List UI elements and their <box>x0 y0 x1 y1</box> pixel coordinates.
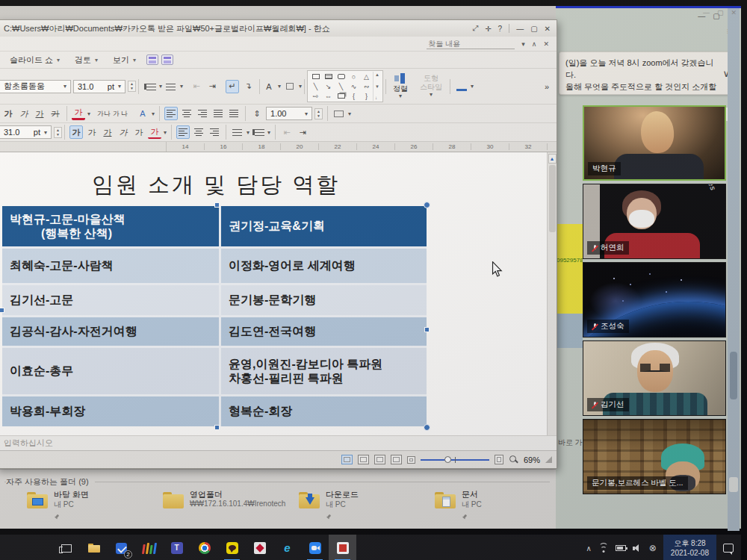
indent-increase-button[interactable]: ⇥ <box>296 125 309 139</box>
menu-review[interactable]: 검토 ▾ <box>67 53 105 67</box>
italic-button[interactable]: 가 <box>117 125 130 139</box>
shape-arrow-right-icon[interactable]: ⇨ <box>309 91 322 101</box>
menu-slideshow[interactable]: 슬라이드 쇼 ▾ <box>2 53 67 67</box>
font-name-combo[interactable]: 함초롬돋움 ▾ <box>0 80 71 93</box>
slide-grid-icon[interactable] <box>161 55 173 65</box>
view-reading-button[interactable] <box>391 455 402 464</box>
menu-view[interactable]: 보기 ▾ <box>105 53 143 67</box>
input-hint-bar[interactable]: 입력하십시오 <box>0 435 557 450</box>
view-sorter-button[interactable] <box>358 455 369 464</box>
plain-button[interactable]: 가 <box>85 125 99 139</box>
resize-corner[interactable] <box>545 456 552 463</box>
font-size-stepper[interactable]: ▲ ▼ <box>128 81 136 92</box>
char-spacing-narrow-button[interactable]: 가나 <box>97 107 111 120</box>
char-size-button[interactable]: A <box>136 107 149 120</box>
folder-item-downloads[interactable]: 다운로드 내 PC <box>299 489 385 523</box>
dropdown-icon[interactable]: ▾ <box>247 129 249 136</box>
char-spacing-wide-button[interactable]: 가나 <box>113 107 129 120</box>
zoom-percentage[interactable]: 69% <box>524 455 540 464</box>
zoom-participant-tile[interactable]: 박현규 <box>583 105 726 181</box>
action-center-icon[interactable] <box>723 544 734 553</box>
table-cell[interactable]: 형복순-회장 <box>221 396 427 426</box>
palette-expand-icon[interactable]: ↓ <box>375 96 379 100</box>
line-spacing-stepper[interactable]: ▲ ▼ <box>314 108 323 119</box>
align-center-button[interactable] <box>180 107 193 120</box>
placeholder-button[interactable] <box>283 80 297 93</box>
line-spacing-combo[interactable]: 1.00 ▾ <box>266 107 312 120</box>
zoom-app-button[interactable] <box>301 535 329 560</box>
slide-title[interactable]: 임원 소개 및 담당 역할 <box>92 170 340 200</box>
scrollbar-button[interactable] <box>729 477 738 492</box>
shape-triangle-icon[interactable]: △ <box>360 72 373 81</box>
more-tools-icon[interactable]: » <box>540 80 554 93</box>
step-down-icon[interactable]: ▼ <box>317 114 320 118</box>
step-down-icon[interactable]: ▼ <box>130 87 134 90</box>
table-cell[interactable]: 김기선-고문 <box>2 285 219 315</box>
underline-button[interactable]: 가 <box>33 107 46 120</box>
slide-canvas[interactable]: 임원 소개 및 담당 역할 박현규-고문-마을산책 (행복한 산책) 권기정-교… <box>0 152 557 435</box>
align-right-button-2[interactable] <box>208 125 221 139</box>
canvas-scrollbar[interactable]: ▲ <box>547 152 557 435</box>
dropdown-icon[interactable]: ▾ <box>278 83 281 90</box>
font-color-button[interactable]: 가 <box>72 107 85 120</box>
speaker-icon[interactable] <box>633 544 642 553</box>
dropdown-icon[interactable]: ▾ <box>521 40 525 48</box>
palette-up-icon[interactable]: ▲ <box>375 72 379 77</box>
bullet-list-button[interactable] <box>143 80 157 93</box>
numbered-list-button[interactable] <box>164 80 178 93</box>
view-show-button[interactable] <box>374 455 385 464</box>
text-flow-button[interactable]: ↴ <box>241 80 255 93</box>
scrollbar-thumb[interactable] <box>730 352 737 399</box>
dropdown-icon[interactable]: ▾ <box>87 111 90 117</box>
shape-line2-icon[interactable]: ╲ <box>335 81 347 91</box>
table-cell[interactable]: 최혜숙-고문-사람책 <box>2 249 219 283</box>
right-scrollbar[interactable] <box>728 8 740 531</box>
align-center-button-2[interactable] <box>192 125 205 139</box>
align-button[interactable]: 정렬 ▾ <box>388 73 412 100</box>
clock[interactable]: 오후 8:28 2021-02-08 <box>663 535 716 560</box>
shape-curve-icon[interactable]: ∿ <box>347 81 360 91</box>
fullscreen-icon[interactable]: ⤢ <box>472 24 478 33</box>
dropdown-icon[interactable]: ▾ <box>152 111 155 117</box>
table-cell[interactable]: 이효순-총무 <box>2 348 219 394</box>
help-icon[interactable]: ? <box>498 25 503 33</box>
search-input[interactable] <box>427 39 515 49</box>
background-window-controls[interactable]: — ▢ ✕ <box>703 9 737 16</box>
hanshow-button[interactable] <box>329 535 356 560</box>
close-icon[interactable]: ✕ <box>545 25 551 33</box>
outline-button[interactable]: 가 <box>132 125 146 139</box>
dropdown-icon[interactable]: ▾ <box>180 83 183 90</box>
fill-color-button[interactable] <box>455 80 468 93</box>
table-cell[interactable]: 권기정-교육&기획 <box>221 206 427 246</box>
palette-down-icon[interactable]: ▼ <box>375 84 379 89</box>
table-cell[interactable]: 문기봉-문학기행 <box>221 285 427 315</box>
step-up-icon[interactable]: ▲ <box>56 128 60 132</box>
minimize-icon[interactable]: — <box>703 9 710 16</box>
move-icon[interactable]: ✛ <box>485 25 491 33</box>
align-left-button[interactable] <box>164 107 178 120</box>
underline-button[interactable]: 가 <box>101 125 114 139</box>
file-explorer-button[interactable] <box>80 535 108 560</box>
align-justify-button[interactable] <box>211 107 225 120</box>
roles-table[interactable]: 박현규-고문-마을산책 (행복한 산책) 권기정-교육&기획 최혜숙-고문-사람… <box>2 206 427 426</box>
slider-knob[interactable] <box>444 456 451 463</box>
step-down-icon[interactable]: ▼ <box>56 133 60 137</box>
font-size-combo-2[interactable]: 31.0 pt ▾ <box>0 125 52 139</box>
task-view-button[interactable] <box>52 535 80 560</box>
shape-brace-right-icon[interactable]: } <box>360 91 373 101</box>
table-cell[interactable]: 김도연-전국여행 <box>221 317 427 346</box>
dropdown-icon[interactable]: ▾ <box>159 83 162 90</box>
collapse-icon[interactable]: ∧ <box>532 40 537 48</box>
meeting-notification[interactable]: (일)을 오늘 저녁 8시 zoom에서 갖겠습니다. 올해 무엇을 주도적으로… <box>559 52 735 95</box>
chrome-button[interactable] <box>190 535 218 560</box>
paragraph-box-button[interactable] <box>332 107 346 120</box>
demote-button[interactable]: ⇤ <box>190 80 203 93</box>
zoom-slider[interactable] <box>421 455 489 465</box>
shape-style-button[interactable]: 도형 스타일 ▾ <box>415 74 447 98</box>
dropdown-icon[interactable]: ▾ <box>164 129 167 136</box>
selection-handle[interactable] <box>424 424 430 431</box>
selection-handle[interactable] <box>424 327 430 332</box>
bold-button[interactable]: 가 <box>69 125 83 139</box>
shape-rounded-rect-icon[interactable] <box>335 72 347 81</box>
media-app-button[interactable] <box>135 535 163 560</box>
